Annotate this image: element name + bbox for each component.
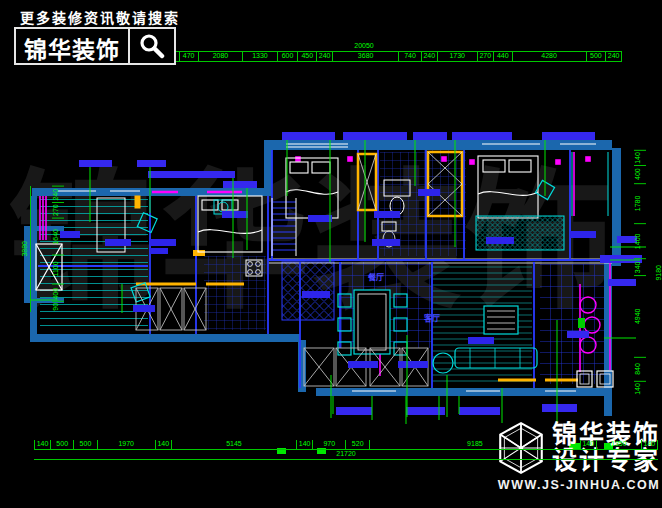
- top-dimension-total: 20050: [106, 42, 622, 52]
- room-label-living: 客厅: [424, 312, 440, 323]
- door-frame: [135, 196, 140, 208]
- balcony-tile-floor: [540, 264, 604, 384]
- bed-left: [198, 196, 262, 252]
- left-dimension-segments: 2402701640110040090: [52, 186, 64, 312]
- kitchen-tile-floor: [204, 256, 266, 330]
- bottom-dimension-segments: 1405005001970140514514097052091851401350…: [34, 440, 658, 450]
- entry-stairs: [272, 198, 296, 256]
- search-button[interactable]: [128, 29, 174, 63]
- master-rug: [476, 216, 564, 250]
- header-notice: 更多装修资讯敬请搜索: [20, 7, 180, 27]
- footer-website[interactable]: WWW.JS-JINHUA.COM: [496, 478, 662, 492]
- bottom-dimension-line: 1405005001970140514514097052091851401350…: [34, 440, 658, 460]
- closet-floor: [424, 150, 466, 256]
- top-dimension-segments: 2408001240470208013306004502403680740240…: [106, 52, 622, 62]
- magnifier-icon: [139, 33, 165, 59]
- left-dimension-total: 3880: [18, 186, 31, 312]
- right-dimension-segments: 140400178014003404940840140: [634, 150, 646, 396]
- floor-finishes: [40, 150, 604, 386]
- room-label-dining: 餐厅: [368, 271, 384, 282]
- top-dimension-line: 20050 2408001240470208013306004502403680…: [106, 42, 622, 62]
- bottom-dimension-total: 21720: [34, 450, 658, 460]
- cad-floorplan-screen: { "header": { "notice": "更多装修资讯敬请搜索", "b…: [0, 0, 662, 508]
- header-brand-text: 锦华装饰: [16, 29, 128, 63]
- master-bed: [478, 156, 538, 218]
- header-logo-box: 锦华装饰: [14, 27, 176, 65]
- right-dimension-total: 9180: [652, 150, 662, 396]
